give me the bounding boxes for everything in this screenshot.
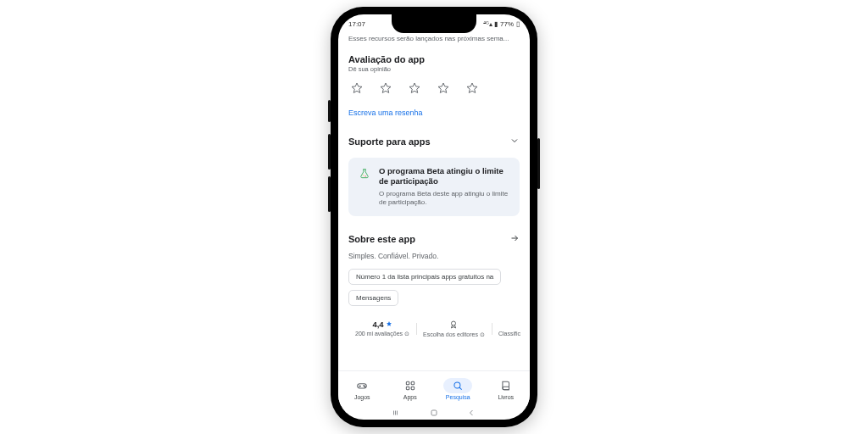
star-icon: [386, 320, 392, 329]
star-4[interactable]: [437, 81, 450, 98]
recents-button[interactable]: [391, 408, 403, 418]
svg-point-1: [365, 175, 366, 176]
rating-subtitle: Dê sua opinião: [348, 65, 520, 73]
stat-rating[interactable]: 4,4 200 mi avaliações ⊙: [348, 320, 416, 338]
gamepad-icon: [356, 380, 368, 392]
svg-point-10: [454, 381, 460, 387]
apps-grid-icon: [404, 380, 416, 392]
battery-icon: ▯: [516, 20, 520, 28]
arrow-right-icon: [509, 231, 520, 247]
screen: 17:07 ⁴ᴳ▴ ▮ 77% ▯ Esses recursos serão l…: [338, 14, 530, 420]
beta-card: O programa Beta atingiu o limite de part…: [348, 158, 520, 216]
beta-title: O programa Beta atingiu o limite de part…: [379, 166, 511, 186]
status-battery: 77%: [500, 20, 514, 28]
svg-rect-8: [406, 387, 409, 390]
chip-category[interactable]: Mensagens: [348, 290, 398, 306]
phone-frame: 17:07 ⁴ᴳ▴ ▮ 77% ▯ Esses recursos serão l…: [331, 7, 537, 427]
chip-top-free[interactable]: Número 1 da lista principais apps gratui…: [348, 269, 501, 285]
back-button[interactable]: [465, 408, 477, 418]
write-review-link[interactable]: Escreva uma resenha: [348, 108, 423, 117]
star-2[interactable]: [379, 81, 392, 98]
svg-point-0: [363, 175, 364, 175]
beta-flask-icon: [357, 166, 372, 208]
release-hint: Esses recursos serão lançados nas próxim…: [348, 35, 520, 42]
rating-stars: [348, 81, 520, 98]
nav-games[interactable]: Jogos: [338, 371, 387, 406]
gesture-bar: [338, 406, 530, 420]
stat-classification[interactable]: Classific: [492, 320, 527, 338]
book-icon: [500, 380, 512, 392]
svg-point-4: [364, 385, 364, 386]
star-5[interactable]: [465, 81, 479, 98]
rating-title: Avaliação do app: [348, 54, 520, 64]
editors-choice-icon: [423, 320, 485, 330]
support-title: Suporte para apps: [348, 136, 431, 147]
svg-point-5: [364, 386, 365, 387]
home-button[interactable]: [428, 408, 440, 418]
star-3[interactable]: [408, 81, 421, 98]
bottom-nav: Jogos Apps Pesquisa Livros: [338, 370, 530, 406]
signal-icon: ⁴ᴳ▴ ▮: [483, 20, 498, 28]
support-row[interactable]: Suporte para apps: [348, 134, 520, 149]
star-1[interactable]: [350, 81, 364, 98]
search-icon: [452, 380, 464, 392]
notch: [392, 14, 476, 33]
about-title: Sobre este app: [348, 234, 415, 244]
nav-search[interactable]: Pesquisa: [434, 371, 482, 406]
nav-books[interactable]: Livros: [482, 371, 531, 406]
nav-apps[interactable]: Apps: [387, 371, 435, 406]
beta-subtitle: O programa Beta deste app atingiu o limi…: [379, 190, 511, 208]
about-desc: Simples. Confiável. Privado.: [348, 252, 520, 260]
about-row[interactable]: Sobre este app: [348, 231, 520, 247]
svg-rect-6: [406, 381, 409, 385]
stats-row: 4,4 200 mi avaliações ⊙ Escolha dos edit…: [348, 320, 520, 338]
svg-point-2: [452, 321, 456, 326]
chevron-down-icon: [509, 134, 520, 149]
status-time: 17:07: [348, 20, 365, 28]
svg-rect-9: [411, 387, 415, 390]
svg-rect-11: [431, 410, 437, 415]
svg-rect-7: [411, 381, 415, 385]
stat-editors-choice[interactable]: Escolha dos editores ⊙: [416, 320, 492, 338]
